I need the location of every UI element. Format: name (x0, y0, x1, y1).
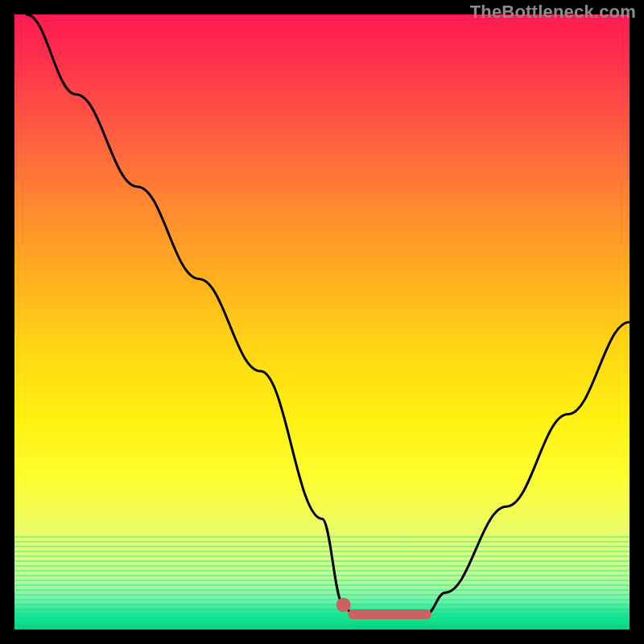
chart-frame: TheBottleneck.com (0, 0, 644, 644)
chart-plot-area (14, 14, 630, 630)
current-point-marker (336, 597, 351, 612)
chart-svg (14, 14, 630, 630)
bottleneck-curve (27, 14, 630, 617)
watermark-text: TheBottleneck.com (470, 2, 636, 23)
